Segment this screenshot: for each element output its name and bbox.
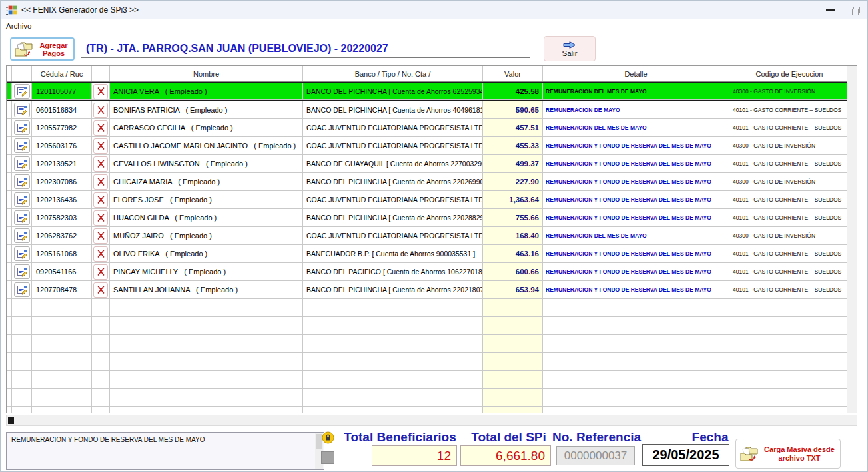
table-row[interactable] bbox=[7, 335, 847, 353]
delete-row-button[interactable] bbox=[93, 210, 108, 226]
edit-row-button[interactable] bbox=[14, 264, 30, 279]
delete-row-button[interactable] bbox=[93, 84, 108, 99]
table-row[interactable]: 1205577982 CARRASCO CECILIA ( Empleado )… bbox=[7, 119, 847, 137]
cell-codigo bbox=[729, 335, 847, 353]
edit-form-icon bbox=[17, 141, 27, 151]
row-edit-cell bbox=[12, 245, 32, 263]
table-row[interactable] bbox=[7, 389, 847, 407]
table-row[interactable]: 1202136436 FLORES JOSE ( Empleado ) COAC… bbox=[7, 191, 847, 209]
agregar-pagos-label: AgregarPagos bbox=[37, 41, 71, 57]
cell-codigo bbox=[729, 317, 847, 335]
edit-row-button[interactable] bbox=[14, 282, 30, 297]
edit-row-button[interactable] bbox=[14, 120, 30, 135]
table-row[interactable]: 1202139521 CEVALLOS LIWINSGTON ( Emplead… bbox=[7, 155, 847, 173]
table-row[interactable]: 1205603176 CASTILLO JACOME MARLON JACINT… bbox=[7, 137, 847, 155]
carga-masiva-label: Carga Masiva desdearchivo TXT bbox=[762, 445, 837, 463]
edit-row-button[interactable] bbox=[14, 156, 30, 171]
row-delete-cell bbox=[92, 371, 110, 389]
row-delete-cell bbox=[92, 407, 110, 413]
edit-row-button[interactable] bbox=[14, 228, 30, 243]
vertical-scrollbar[interactable] bbox=[847, 66, 857, 413]
menu-archivo[interactable]: Archivo bbox=[1, 21, 37, 31]
cell-banco bbox=[303, 371, 483, 389]
edit-row-button[interactable] bbox=[14, 174, 30, 189]
horizontal-scrollbar[interactable] bbox=[6, 415, 857, 426]
cell-codigo: 40101 - GASTO CORRIENTE – SUELDOS bbox=[729, 263, 847, 281]
edit-col-header bbox=[12, 66, 32, 81]
delete-row-button[interactable] bbox=[93, 192, 108, 208]
table-row[interactable] bbox=[7, 371, 847, 389]
table-row[interactable]: 1202307086 CHICAIZA MARIA ( Empleado ) B… bbox=[7, 173, 847, 191]
cell-cedula bbox=[32, 407, 92, 413]
cell-codigo: 40101 - GASTO CORRIENTE – SUELDOS bbox=[729, 281, 847, 299]
delete-row-button[interactable] bbox=[93, 120, 108, 136]
cell-detalle: REMUNERACION DEL MES DE MAYO bbox=[543, 119, 729, 137]
delete-x-icon bbox=[97, 231, 105, 240]
cell-valor: 168.40 bbox=[483, 227, 543, 245]
cell-detalle bbox=[543, 299, 729, 317]
cell-banco: BANECUADOR B.P. [ Cuenta de Ahorros 9000… bbox=[303, 245, 483, 263]
delete-row-button[interactable] bbox=[93, 138, 108, 154]
table-row[interactable]: 1206283762 MUÑOZ JAIRO ( Empleado ) COAC… bbox=[7, 227, 847, 245]
cell-codigo: 40300 - GASTO DE INVERSIÓN bbox=[729, 137, 847, 155]
cell-banco: COAC JUVENTUD ECUATORIANA PROGRESISTA LT… bbox=[303, 119, 483, 137]
row-edit-cell bbox=[12, 83, 32, 100]
agregar-pagos-button[interactable]: AgregarPagos bbox=[10, 37, 75, 61]
table-row[interactable] bbox=[7, 317, 847, 335]
salir-button[interactable]: Salir bbox=[544, 36, 596, 61]
edit-row-button[interactable] bbox=[14, 246, 30, 261]
delete-row-button[interactable] bbox=[93, 174, 108, 190]
row-gutter bbox=[7, 263, 12, 281]
delete-row-button[interactable] bbox=[93, 228, 108, 244]
edit-row-button[interactable] bbox=[14, 192, 30, 207]
edit-row-button[interactable] bbox=[14, 84, 30, 99]
row-delete-cell bbox=[92, 137, 110, 155]
table-row[interactable]: 0920541166 PINCAY MICHELLY ( Empleado ) … bbox=[7, 263, 847, 281]
horizontal-scrollbar-thumb[interactable] bbox=[8, 417, 14, 424]
cell-detalle: REMUNERACION Y FONDO DE RESERVA DEL MES … bbox=[543, 191, 729, 209]
cell-nombre: CASTILLO JACOME MARLON JACINTO ( Emplead… bbox=[110, 137, 303, 155]
edit-row-button[interactable] bbox=[14, 103, 30, 117]
table-row[interactable]: 1207582303 HUACON GILDA ( Empleado ) BAN… bbox=[7, 209, 847, 227]
row-gutter bbox=[7, 371, 12, 389]
table-row[interactable] bbox=[7, 353, 847, 371]
row-edit-cell bbox=[12, 317, 32, 335]
table-row[interactable]: 0601516834 BONIFAS PATRICIA ( Empleado )… bbox=[7, 101, 847, 119]
detail-textarea[interactable]: REMUNERACION Y FONDO DE RESERVA DEL MES … bbox=[6, 432, 324, 470]
delete-row-button[interactable] bbox=[93, 282, 108, 298]
delete-row-button[interactable] bbox=[93, 156, 108, 172]
entity-title-input[interactable] bbox=[81, 39, 530, 58]
lock-icon[interactable] bbox=[322, 431, 334, 444]
restore-icon[interactable] bbox=[852, 7, 859, 14]
table-row[interactable] bbox=[7, 299, 847, 317]
table-row[interactable] bbox=[7, 407, 847, 413]
cell-detalle: REMUNERACION Y FONDO DE RESERVA DEL MES … bbox=[543, 281, 729, 299]
minimize-icon[interactable] bbox=[826, 9, 835, 11]
cell-cedula: 0920541166 bbox=[32, 263, 92, 281]
cell-nombre: CARRASCO CECILIA ( Empleado ) bbox=[110, 119, 303, 137]
delete-row-button[interactable] bbox=[93, 264, 108, 280]
cell-nombre: OLIVO ERIKA ( Empleado ) bbox=[110, 245, 303, 263]
cell-valor: 463.16 bbox=[483, 245, 543, 263]
cell-banco: BANCO DEL PICHINCHA [ Cuenta de Ahorros … bbox=[303, 101, 483, 119]
referencia-value: 0000000037 bbox=[556, 446, 635, 465]
cell-valor: 425.58 bbox=[483, 83, 543, 100]
cell-nombre: CEVALLOS LIWINSGTON ( Empleado ) bbox=[110, 155, 303, 173]
table-row[interactable]: 1207708478 SANTILLAN JOHANNA ( Empleado … bbox=[7, 281, 847, 299]
edit-row-button[interactable] bbox=[14, 210, 30, 225]
edit-row-button[interactable] bbox=[14, 138, 30, 153]
row-gutter bbox=[7, 389, 12, 407]
row-delete-cell bbox=[92, 101, 110, 119]
cell-cedula bbox=[32, 317, 92, 335]
row-gutter bbox=[7, 83, 12, 100]
delete-row-button[interactable] bbox=[93, 103, 108, 118]
edit-form-icon bbox=[17, 105, 27, 115]
table-row[interactable]: 1201105077 ANICIA VERA ( Empleado ) BANC… bbox=[7, 82, 847, 101]
toolbar: AgregarPagos Salir bbox=[1, 31, 867, 65]
fecha-value[interactable]: 29/05/2025 bbox=[642, 444, 729, 466]
delete-row-button[interactable] bbox=[93, 246, 108, 262]
table-row[interactable]: 1205161068 OLIVO ERIKA ( Empleado ) BANE… bbox=[7, 245, 847, 263]
cell-banco bbox=[303, 299, 483, 317]
row-gutter bbox=[7, 317, 12, 335]
carga-masiva-button[interactable]: Carga Masiva desdearchivo TXT bbox=[735, 439, 841, 469]
